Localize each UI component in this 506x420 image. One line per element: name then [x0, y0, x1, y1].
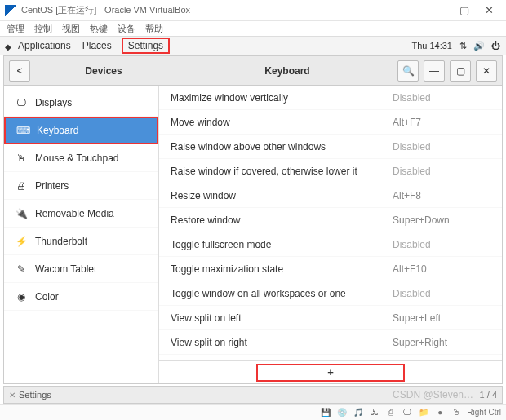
taskbar-app-label: Settings: [19, 390, 51, 400]
sidebar-item-label: Printers: [35, 180, 69, 192]
shortcut-label: Toggle maximization state: [171, 263, 393, 275]
back-button[interactable]: <: [9, 60, 30, 82]
shortcut-row[interactable]: Resize windowAlt+F8: [159, 183, 502, 208]
settings-header: < Devices Keyboard 🔍 — ▢ ✕: [4, 56, 502, 86]
shortcut-label: Raise window above other windows: [171, 141, 393, 153]
optical-icon: 💿: [336, 408, 348, 417]
shortcut-list[interactable]: Maximize window verticallyDisabledMove w…: [159, 86, 502, 360]
vbox-menu-item[interactable]: 帮助: [145, 23, 163, 35]
sidebar-item-wacom[interactable]: ✎ Wacom Tablet: [4, 255, 158, 283]
shortcut-accel: Alt+F10: [393, 263, 490, 275]
workspace-indicator[interactable]: 1 / 4: [480, 390, 497, 400]
shortcut-row[interactable]: View split on leftSuper+Left: [159, 306, 502, 330]
sidebar-item-displays[interactable]: 🖵 Displays: [4, 89, 158, 117]
sidebar-item-label: Color: [35, 291, 59, 303]
sidebar-item-removable-media[interactable]: 🔌 Removable Media: [4, 200, 158, 228]
sidebar-item-keyboard[interactable]: ⌨ Keyboard: [4, 117, 158, 144]
shortcut-accel: Disabled: [393, 239, 490, 250]
vbox-menubar: 管理 控制 视图 热键 设备 帮助: [0, 21, 506, 36]
hdd-icon: 💾: [320, 408, 331, 417]
shortcut-accel: Super+Down: [393, 214, 490, 226]
shortcut-accel: Alt+F8: [393, 190, 490, 201]
shortcut-row[interactable]: Move windowAlt+F7: [159, 110, 502, 135]
shortcut-row[interactable]: Maximize window verticallyDisabled: [159, 86, 502, 110]
shortcut-accel: Disabled: [393, 288, 490, 299]
audio-icon: 🎵: [353, 408, 364, 417]
vbox-title: CentOS [正在运行] - Oracle VM VirtualBox: [21, 4, 428, 16]
vbox-maximize-button[interactable]: ▢: [452, 4, 477, 16]
shortcut-row[interactable]: Toggle window on all workspaces or oneDi…: [159, 281, 502, 306]
vbox-menu-item[interactable]: 热键: [90, 23, 108, 35]
shortcut-row[interactable]: Toggle maximization stateAlt+F10: [159, 257, 502, 281]
vbox-titlebar: CentOS [正在运行] - Oracle VM VirtualBox — ▢…: [0, 0, 506, 21]
shortcut-row[interactable]: Raise window above other windowsDisabled: [159, 135, 502, 159]
shortcut-row[interactable]: Raise window if covered, otherwise lower…: [159, 159, 502, 183]
sidebar-title: Devices: [30, 65, 177, 77]
sidebar-item-color[interactable]: ◉ Color: [4, 283, 158, 311]
shortcut-label: Restore window: [171, 214, 393, 226]
vbox-menu-item[interactable]: 视图: [62, 23, 80, 35]
sidebar-item-label: Removable Media: [35, 208, 114, 219]
activities-icon[interactable]: [5, 41, 15, 51]
sidebar-item-thunderbolt[interactable]: ⚡ Thunderbolt: [4, 228, 158, 255]
vbox-minimize-button[interactable]: —: [428, 4, 452, 16]
add-shortcut-button[interactable]: +: [286, 365, 375, 380]
detail-pane: Maximize window verticallyDisabledMove w…: [159, 86, 502, 383]
usb-status-icon: ⎙: [385, 408, 397, 417]
usb-icon: 🔌: [16, 208, 27, 219]
window-close-button[interactable]: ✕: [476, 60, 497, 82]
power-icon[interactable]: ⏻: [490, 41, 501, 51]
shortcut-label: View split on right: [171, 337, 393, 348]
vbox-menu-item[interactable]: 设备: [118, 23, 135, 35]
gnome-taskbar: Settings 1 / 4: [3, 386, 503, 404]
settings-icon: [9, 390, 16, 400]
page-title: Keyboard: [177, 65, 397, 77]
sidebar: 🖵 Displays ⌨ Keyboard 🖱 Mouse & Touchpad…: [4, 86, 159, 383]
tablet-icon: ✎: [16, 263, 27, 275]
applications-menu[interactable]: Applications: [18, 40, 71, 51]
shortcut-accel: Super+Right: [393, 337, 490, 348]
sidebar-item-label: Thunderbolt: [35, 236, 87, 247]
window-maximize-button[interactable]: ▢: [450, 60, 471, 82]
shortcut-accel: Disabled: [393, 166, 490, 177]
color-icon: ◉: [16, 291, 27, 303]
display-status-icon: 🖵: [402, 408, 413, 417]
printer-icon: 🖨: [16, 180, 27, 192]
add-shortcut-highlight: +: [256, 364, 405, 382]
vbox-status-bar: 💾 💿 🎵 🖧 ⎙ 🖵 📁 ● 🖱 Right Ctrl: [0, 404, 506, 420]
settings-menu[interactable]: Settings: [122, 38, 170, 54]
window-minimize-button[interactable]: —: [424, 60, 445, 82]
shortcut-row[interactable]: View split on rightSuper+Right: [159, 330, 502, 355]
shortcut-row[interactable]: Restore windowSuper+Down: [159, 208, 502, 232]
shared-folder-icon: 📁: [418, 408, 429, 417]
sidebar-item-label: Keyboard: [37, 125, 78, 136]
settings-window: < Devices Keyboard 🔍 — ▢ ✕ 🖵 Displays ⌨ …: [3, 55, 503, 384]
shortcut-accel: Disabled: [393, 141, 490, 153]
vbox-menu-item[interactable]: 控制: [34, 23, 52, 35]
sidebar-item-label: Mouse & Touchpad: [35, 153, 119, 164]
shortcut-label: Toggle window on all workspaces or one: [171, 288, 393, 299]
shortcut-label: Resize window: [171, 190, 393, 201]
sidebar-item-printers[interactable]: 🖨 Printers: [4, 172, 158, 200]
net-icon: 🖧: [369, 408, 380, 417]
sidebar-item-mouse[interactable]: 🖱 Mouse & Touchpad: [4, 144, 158, 172]
sidebar-item-label: Displays: [35, 97, 72, 108]
vbox-menu-item[interactable]: 管理: [7, 23, 24, 35]
shortcut-accel: Super+Left: [393, 312, 490, 324]
clock[interactable]: Thu 14:31: [411, 41, 452, 51]
volume-icon[interactable]: 🔊: [473, 41, 485, 51]
search-button[interactable]: 🔍: [397, 60, 419, 82]
search-icon: 🔍: [402, 65, 415, 77]
shortcut-label: Move window: [171, 117, 393, 128]
thunderbolt-icon: ⚡: [16, 236, 27, 247]
display-icon: 🖵: [16, 97, 27, 108]
shortcut-row[interactable]: Toggle fullscreen modeDisabled: [159, 232, 502, 257]
mouse-capture-icon: 🖱: [451, 408, 462, 417]
places-menu[interactable]: Places: [82, 40, 112, 51]
shortcut-label: View split on left: [171, 312, 393, 324]
network-icon[interactable]: ⇅: [457, 41, 468, 51]
taskbar-app[interactable]: Settings: [9, 390, 51, 400]
vbox-icon: [5, 5, 16, 16]
vbox-close-button[interactable]: ✕: [477, 4, 501, 16]
shortcut-accel: Disabled: [393, 92, 490, 104]
